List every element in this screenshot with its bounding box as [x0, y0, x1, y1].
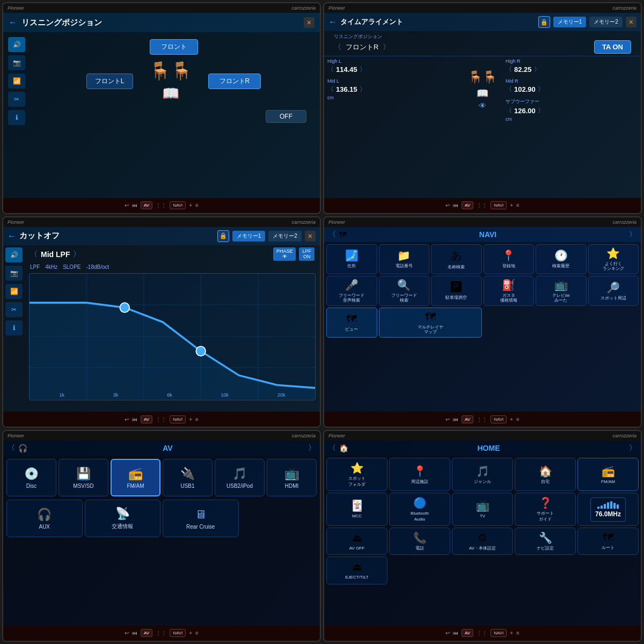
front-l-button[interactable]: フロントL	[86, 74, 133, 89]
home-item-nearby[interactable]: 📍 周辺施設	[389, 458, 450, 491]
p6-prev-arrow[interactable]: 〈	[328, 443, 336, 453]
p4-bottom-navi[interactable]: NAVI	[491, 415, 507, 423]
home-item-route[interactable]: 🗺 ルート	[577, 528, 639, 555]
navi-item-multilayer[interactable]: 🗺 マルチレイヤマップ	[379, 308, 482, 338]
p6-bottom-navi[interactable]: NAVI	[491, 629, 507, 637]
p3-lock-icon[interactable]: 🔒	[217, 230, 229, 242]
home-item-genre[interactable]: 🎵 ジャンル	[452, 458, 513, 491]
av-item-disc[interactable]: 💿 Disc	[6, 459, 56, 496]
p6-bottom-menu[interactable]: ⋮⋮	[477, 630, 487, 636]
p2-high-r-next[interactable]: 〉	[534, 65, 540, 74]
p5-bottom-navi[interactable]: NAVI	[170, 629, 186, 637]
p2-back-button[interactable]: ←	[328, 17, 337, 27]
p5-bottom-back[interactable]: ↩	[125, 630, 129, 636]
off-button[interactable]: OFF	[266, 110, 306, 123]
sidebar-icon-sound[interactable]: 🔊	[8, 37, 25, 52]
home-item-fmam[interactable]: 📻 FM/AM	[577, 458, 639, 491]
sidebar-icon-camera[interactable]: 📷	[8, 55, 25, 70]
front-button[interactable]: フロント	[150, 39, 198, 55]
p6-bottom-av[interactable]: AV	[462, 629, 473, 637]
p6-bottom-settings[interactable]: ≡	[516, 630, 519, 636]
navi-item-voice-search[interactable]: 🎤 フリーワード音声検索	[326, 276, 377, 306]
p2-ta-on-button[interactable]: TA ON	[594, 40, 631, 54]
front-r-button[interactable]: フロントR	[208, 74, 261, 89]
p3-sidebar-info[interactable]: ℹ	[5, 320, 23, 335]
home-item-navi-settings[interactable]: 🔧 ナビ設定	[515, 528, 576, 555]
home-item-bluetooth[interactable]: 🔵 BluetoothAudio	[389, 493, 450, 526]
p5-next-arrow[interactable]: 〉	[308, 443, 316, 453]
home-item-home[interactable]: 🏠 自宅	[515, 458, 576, 491]
p3-bottom-navi[interactable]: NAVI	[170, 415, 186, 423]
av-item-msv[interactable]: 💾 MSV/SD	[58, 459, 108, 496]
sidebar-icon-info[interactable]: ℹ	[8, 110, 25, 125]
p6-next-arrow[interactable]: 〉	[629, 443, 636, 453]
p5-bottom-av[interactable]: AV	[141, 629, 152, 637]
p3-bottom-prev[interactable]: ⏮	[132, 416, 137, 422]
p2-mid-l-next[interactable]: 〉	[360, 85, 366, 94]
p5-bottom-menu[interactable]: ⋮⋮	[156, 630, 166, 636]
p3-mem1-button[interactable]: メモリー1	[232, 231, 266, 241]
p4-bottom-av[interactable]: AV	[462, 415, 473, 423]
p6-bottom-back[interactable]: ↩	[445, 630, 450, 636]
p2-mem2-button[interactable]: メモリー2	[589, 17, 623, 27]
navi-item-free-search[interactable]: 🔍 フリーワード検索	[379, 276, 430, 306]
p1-back-button[interactable]: ←	[9, 18, 17, 27]
navi-item-name-search[interactable]: あ 名称検索	[431, 244, 482, 274]
home-item-support[interactable]: ❓ サポートガイド	[515, 493, 576, 526]
p3-filter-prev[interactable]: 〈	[30, 250, 38, 259]
p2-high-l-prev[interactable]: 〈	[327, 65, 334, 74]
home-item-av-settings[interactable]: ⚙ AV・本体設定	[452, 528, 513, 555]
bottom-prev-icon[interactable]: ⏮	[132, 202, 137, 208]
p2-bottom-plus[interactable]: +	[510, 202, 513, 208]
bottom-navi-btn[interactable]: NAVI	[170, 201, 186, 209]
p2-close-button[interactable]: ×	[626, 17, 636, 27]
p2-bottom-settings[interactable]: ≡	[516, 202, 519, 208]
p4-bottom-menu[interactable]: ⋮⋮	[477, 416, 487, 422]
p2-bottom-av[interactable]: AV	[462, 201, 473, 209]
p2-mid-r-next[interactable]: 〉	[538, 85, 544, 94]
navi-item-gas[interactable]: ⛽ ガスタ価格情報	[484, 276, 535, 306]
navi-item-tv[interactable]: 📺 テレビdeみーた	[536, 276, 587, 306]
p6-bottom-plus[interactable]: +	[510, 630, 513, 636]
p2-lock-icon[interactable]: 🔒	[538, 16, 550, 28]
home-item-av-off[interactable]: ⏏ AV OFF	[326, 528, 387, 555]
p2-sub-next[interactable]: 〉	[538, 106, 544, 115]
home-item-spot-folder[interactable]: ⭐ スポットフォルダ	[326, 458, 387, 491]
p3-phase-button[interactable]: PHASE 👁	[273, 247, 296, 261]
navi-item-registered[interactable]: 📍 登録地	[484, 244, 535, 274]
av-item-aux[interactable]: 🎧 AUX	[6, 500, 83, 537]
p3-sidebar-camera[interactable]: 📷	[5, 266, 23, 281]
bottom-plus-icon[interactable]: +	[189, 202, 192, 208]
av-item-usb1[interactable]: 🔌 USB1	[163, 459, 213, 496]
av-item-usb2[interactable]: 🎵 USB2/iPod	[215, 459, 265, 496]
navi-item-parking[interactable]: 🅿 駐車場満空	[431, 276, 482, 306]
home-item-tv[interactable]: 📺 TV	[452, 493, 513, 526]
p3-filter-next[interactable]: 〉	[73, 250, 80, 259]
p3-sidebar-wireless[interactable]: 📶	[5, 284, 23, 299]
home-item-freq[interactable]: 76.0MHz	[577, 493, 639, 526]
av-item-rear-cruise[interactable]: 🖥 Rear Cruise	[163, 500, 239, 537]
p3-close-button[interactable]: ×	[305, 231, 316, 241]
p3-bottom-plus[interactable]: +	[189, 416, 192, 422]
sidebar-icon-settings[interactable]: ✂	[8, 92, 25, 107]
p2-pos-prev[interactable]: 〈	[334, 42, 341, 52]
navi-item-view[interactable]: 🗺 ビュー	[326, 308, 377, 338]
p5-bottom-settings[interactable]: ≡	[195, 630, 199, 636]
home-item-eject[interactable]: ⏏ EJECT/TILT	[326, 557, 387, 584]
p4-prev-arrow[interactable]: 〈	[328, 230, 336, 239]
p3-sidebar-settings[interactable]: ✂	[5, 302, 23, 317]
p3-sidebar-sound[interactable]: 🔊	[5, 247, 23, 262]
p3-bottom-av[interactable]: AV	[141, 415, 152, 423]
p3-bottom-back[interactable]: ↩	[125, 416, 129, 422]
home-item-phone[interactable]: 📞 電話	[389, 528, 450, 555]
home-item-mcc[interactable]: 🃏 MCC	[326, 493, 387, 526]
p2-bottom-menu[interactable]: ⋮⋮	[477, 202, 487, 208]
p2-mem1-button[interactable]: メモリー1	[553, 17, 587, 27]
navi-item-ranking[interactable]: ⭐ よく行くランキング	[588, 244, 639, 274]
p1-close-button[interactable]: ×	[304, 17, 314, 28]
bottom-back-icon[interactable]: ↩	[125, 202, 129, 208]
sidebar-icon-wireless[interactable]: 📶	[8, 74, 25, 89]
av-item-traffic[interactable]: 📡 交通情報	[85, 500, 161, 537]
p4-bottom-plus[interactable]: +	[510, 416, 513, 422]
navi-item-history[interactable]: 🕐 検索履歴	[536, 244, 587, 274]
